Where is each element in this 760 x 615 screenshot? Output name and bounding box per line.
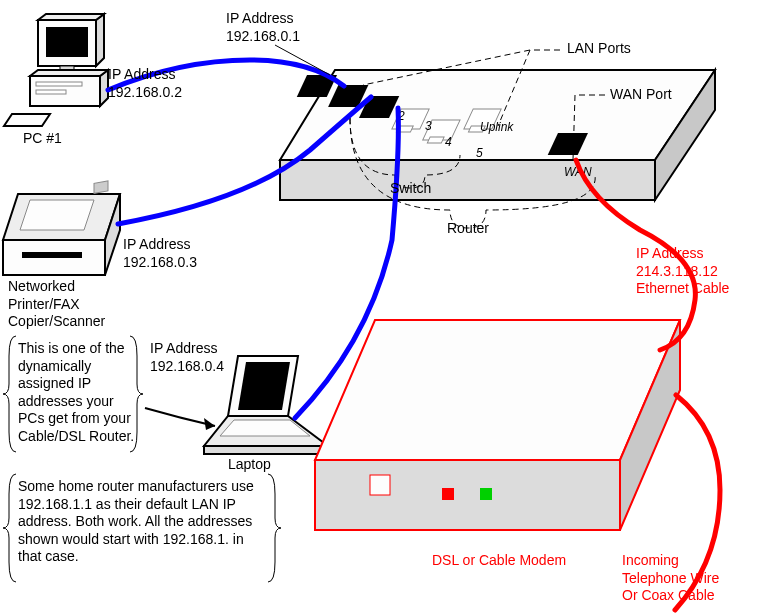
svg-rect-7 bbox=[396, 126, 413, 132]
svg-marker-34 bbox=[220, 420, 310, 436]
svg-rect-40 bbox=[480, 488, 492, 500]
lan-port-3 bbox=[359, 96, 399, 118]
lan-port-2 bbox=[328, 85, 368, 107]
svg-marker-37 bbox=[620, 320, 680, 530]
wan-port-label: WAN Port bbox=[610, 86, 672, 104]
svg-rect-4 bbox=[328, 85, 368, 107]
laptop-name: Laptop bbox=[228, 456, 271, 474]
svg-rect-18 bbox=[30, 76, 100, 106]
svg-rect-6 bbox=[392, 109, 429, 129]
svg-rect-10 bbox=[464, 109, 501, 129]
port-3-label: 3 bbox=[425, 119, 432, 133]
svg-marker-1 bbox=[280, 160, 655, 200]
svg-marker-30 bbox=[228, 356, 298, 416]
note-brace-1 bbox=[3, 336, 16, 452]
lan-ports-label: LAN Ports bbox=[567, 40, 631, 58]
note-manufacturers: Some home router manufacturers use 192.1… bbox=[18, 478, 270, 566]
wan-ip-label: IP Address 214.3.118.12 Ethernet Cable bbox=[636, 245, 729, 298]
lan-port-5 bbox=[423, 120, 460, 143]
svg-line-41 bbox=[275, 45, 330, 75]
port-2-label: 2 bbox=[397, 109, 405, 123]
uplink-port bbox=[464, 109, 501, 132]
svg-marker-20 bbox=[30, 70, 108, 76]
port-4-label: 4 bbox=[445, 135, 452, 149]
svg-marker-32 bbox=[204, 416, 328, 446]
svg-rect-21 bbox=[36, 82, 82, 86]
pc1-name: PC #1 bbox=[23, 130, 62, 148]
port-5-label: 5 bbox=[476, 146, 483, 160]
port-1-label: 1 bbox=[374, 99, 381, 113]
modem-name: DSL or Cable Modem bbox=[432, 552, 566, 570]
svg-marker-42 bbox=[204, 418, 215, 430]
laptop-cable bbox=[295, 108, 398, 418]
svg-rect-27 bbox=[22, 252, 82, 258]
svg-rect-39 bbox=[442, 488, 454, 500]
svg-rect-29 bbox=[94, 181, 108, 193]
svg-rect-3 bbox=[297, 75, 337, 97]
svg-marker-19 bbox=[100, 70, 108, 106]
svg-marker-28 bbox=[20, 200, 94, 230]
svg-rect-17 bbox=[60, 66, 74, 74]
svg-rect-22 bbox=[36, 90, 66, 94]
svg-rect-11 bbox=[468, 126, 485, 132]
note-brace-2 bbox=[3, 474, 16, 582]
router-label: Router bbox=[447, 220, 489, 238]
printer-cable bbox=[118, 97, 371, 224]
printer-name: Networked Printer/FAX Copier/Scanner bbox=[8, 278, 105, 331]
uplink-label: Uplink bbox=[480, 120, 514, 134]
svg-marker-36 bbox=[315, 460, 620, 530]
svg-marker-24 bbox=[3, 194, 120, 240]
svg-rect-16 bbox=[46, 27, 88, 57]
note-dynamic-ip: This is one of the dynamically assigned … bbox=[18, 340, 136, 445]
pc1-device bbox=[4, 14, 108, 126]
lan-port-4 bbox=[392, 109, 429, 132]
svg-rect-12 bbox=[548, 133, 588, 155]
svg-marker-31 bbox=[238, 362, 290, 410]
svg-marker-15 bbox=[38, 14, 104, 20]
svg-rect-5 bbox=[359, 96, 399, 118]
svg-rect-9 bbox=[427, 137, 444, 143]
svg-marker-25 bbox=[3, 240, 105, 275]
svg-marker-14 bbox=[96, 14, 104, 66]
incoming-label: Incoming Telephone Wire Or Coax Cable bbox=[622, 552, 719, 605]
lan-port-1 bbox=[297, 75, 337, 97]
laptop-ip-label: IP Address 192.168.0.4 bbox=[150, 340, 224, 375]
svg-rect-38 bbox=[370, 475, 390, 495]
svg-rect-8 bbox=[423, 120, 460, 140]
printer-device bbox=[3, 181, 120, 275]
svg-marker-35 bbox=[315, 320, 680, 460]
printer-ip-label: IP Address 192.168.0.3 bbox=[123, 236, 197, 271]
router-ip-label: IP Address 192.168.0.1 bbox=[226, 10, 300, 45]
svg-rect-13 bbox=[38, 20, 96, 66]
svg-marker-26 bbox=[105, 194, 120, 275]
modem-device bbox=[315, 320, 680, 530]
svg-marker-0 bbox=[280, 70, 715, 160]
svg-marker-23 bbox=[4, 114, 50, 126]
wan-label: WAN bbox=[564, 165, 592, 179]
pc1-ip-label: IP Address 192.168.0.2 bbox=[108, 66, 182, 101]
wan-port-jack bbox=[548, 133, 588, 155]
svg-marker-33 bbox=[204, 446, 328, 454]
note-arrow bbox=[145, 408, 215, 430]
switch-label: Switch bbox=[390, 180, 431, 198]
